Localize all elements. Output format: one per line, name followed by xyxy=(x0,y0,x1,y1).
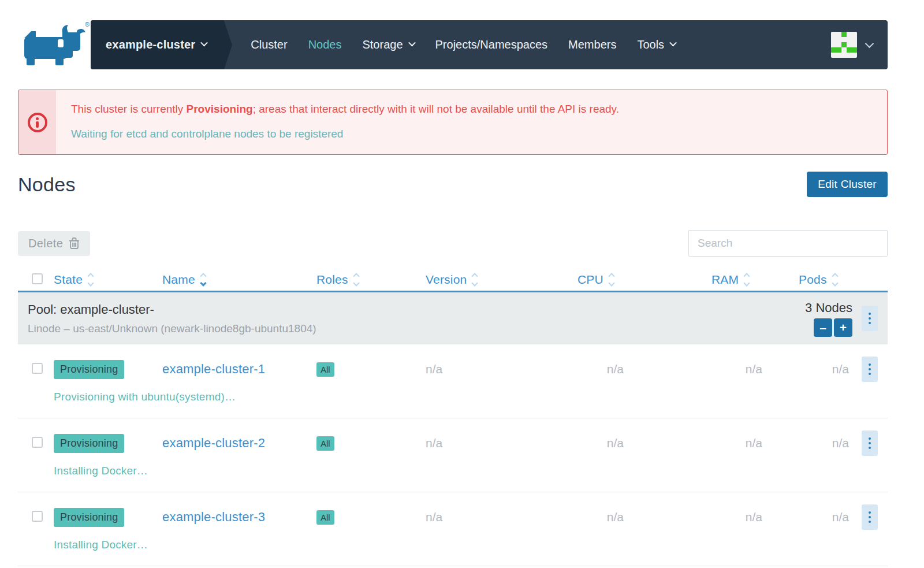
row-checkbox[interactable] xyxy=(32,511,43,522)
name-cell: example-cluster-2 xyxy=(162,436,316,451)
version-cell: n/a xyxy=(426,362,578,376)
table-toolbar: Delete xyxy=(18,230,888,257)
delete-button-label: Delete xyxy=(28,237,63,250)
cluster-selector-label: example-cluster xyxy=(106,38,195,51)
row-checkbox[interactable] xyxy=(32,437,43,448)
nav-item-members[interactable]: Members xyxy=(568,38,616,51)
trash-icon xyxy=(69,237,80,250)
row-checkbox-cell xyxy=(18,363,54,376)
user-menu-chevron-down-icon[interactable] xyxy=(865,39,874,49)
pods-cell: n/a xyxy=(799,362,862,376)
column-label: Name xyxy=(162,273,195,287)
nav-item-storage[interactable]: Storage xyxy=(362,38,414,51)
pool-actions-kebab-menu[interactable] xyxy=(862,306,878,331)
state-badge: Provisioning xyxy=(54,360,124,379)
scale-down-button[interactable]: – xyxy=(814,318,832,337)
node-status-text: Installing Docker… xyxy=(54,539,888,551)
sort-icon xyxy=(833,274,837,285)
node-pool-row: Pool: example-cluster- Linode – us-east/… xyxy=(18,292,888,344)
nav-label: Nodes xyxy=(308,38,342,51)
rancher-logo[interactable]: ® xyxy=(17,24,91,66)
node-name-link[interactable]: example-cluster-1 xyxy=(162,362,265,376)
column-header-pods[interactable]: Pods xyxy=(799,273,862,287)
user-avatar-identicon[interactable] xyxy=(831,32,857,58)
nav-item-projects-namespaces[interactable]: Projects/Namespaces xyxy=(435,38,548,51)
table-row: Provisioning example-cluster-1 All n/a n… xyxy=(18,344,888,418)
trademark-symbol: ® xyxy=(85,21,90,28)
row-actions-kebab-menu[interactable] xyxy=(862,430,878,456)
nav-item-nodes[interactable]: Nodes xyxy=(308,38,342,51)
actions-cell xyxy=(862,430,888,456)
identicon-pixel xyxy=(831,42,836,47)
select-all-checkbox[interactable] xyxy=(32,273,43,284)
identicon-pixel xyxy=(841,42,847,47)
search-input[interactable] xyxy=(688,230,888,257)
identicon-pixel xyxy=(847,53,852,58)
row-checkbox-cell xyxy=(18,511,54,524)
column-label: CPU xyxy=(578,273,603,287)
name-cell: example-cluster-3 xyxy=(162,510,316,525)
column-label: RAM xyxy=(711,273,739,287)
row-actions-kebab-menu[interactable] xyxy=(862,504,878,530)
cpu-cell: n/a xyxy=(578,510,711,524)
actions-cell xyxy=(862,504,888,530)
identicon-pixel xyxy=(852,53,857,58)
top-bar: ® example-cluster Cluster Nodes Storage … xyxy=(0,20,924,69)
node-name-link[interactable]: example-cluster-3 xyxy=(162,510,265,524)
state-badge: Provisioning xyxy=(54,508,124,527)
state-cell: Provisioning xyxy=(54,360,162,379)
column-header-cpu[interactable]: CPU xyxy=(578,273,711,287)
pool-node-count: 3 Nodes xyxy=(805,300,852,315)
alert-icon-column xyxy=(18,90,56,154)
info-icon-dot xyxy=(36,117,39,120)
node-name-link[interactable]: example-cluster-2 xyxy=(162,436,265,450)
nav-item-cluster[interactable]: Cluster xyxy=(251,38,287,51)
roles-cell: All xyxy=(316,362,426,377)
column-label: State xyxy=(54,273,83,287)
column-label: Roles xyxy=(316,273,348,287)
sort-icon xyxy=(744,274,749,285)
alert-message-state: Provisioning xyxy=(187,103,253,115)
roles-cell: All xyxy=(316,510,426,525)
chevron-down-icon xyxy=(669,39,677,47)
pool-info: Pool: example-cluster- Linode – us-east/… xyxy=(28,302,805,335)
alert-status-detail: Waiting for etcd and controlplane nodes … xyxy=(71,127,619,141)
info-icon-stem xyxy=(36,121,39,128)
row-actions-kebab-menu[interactable] xyxy=(862,357,878,382)
column-header-state[interactable]: State xyxy=(54,273,162,287)
column-header-name[interactable]: Name xyxy=(162,273,316,287)
table-row: Provisioning example-cluster-3 All n/a n… xyxy=(18,492,888,566)
role-badge: All xyxy=(316,362,334,377)
version-cell: n/a xyxy=(426,436,578,450)
nav-item-tools[interactable]: Tools xyxy=(637,38,676,51)
chevron-down-icon xyxy=(200,39,208,47)
sort-icon-active-desc xyxy=(201,274,206,285)
state-cell: Provisioning xyxy=(54,508,162,527)
column-header-roles[interactable]: Roles xyxy=(316,273,426,287)
sort-icon xyxy=(609,274,614,285)
column-header-version[interactable]: Version xyxy=(426,273,578,287)
identicon-pixel xyxy=(836,53,841,58)
cluster-selector[interactable]: example-cluster xyxy=(91,20,224,69)
column-label: Version xyxy=(426,273,467,287)
role-badge: All xyxy=(316,510,334,525)
sort-icon xyxy=(354,274,359,285)
info-circle-icon xyxy=(28,113,47,132)
scale-buttons: – + xyxy=(814,318,852,337)
column-label: Pods xyxy=(799,273,827,287)
identicon-pixel xyxy=(836,37,841,42)
edit-cluster-button[interactable]: Edit Cluster xyxy=(807,172,888,197)
delete-button[interactable]: Delete xyxy=(18,231,90,256)
alert-message-suffix: ; areas that interact directly with it w… xyxy=(253,103,619,115)
column-header-ram[interactable]: RAM xyxy=(711,273,799,287)
nav-label: Tools xyxy=(637,38,664,51)
identicon-pixel xyxy=(841,53,847,58)
scale-up-button[interactable]: + xyxy=(834,318,852,337)
actions-cell xyxy=(862,357,888,382)
pods-cell: n/a xyxy=(799,510,862,524)
row-checkbox[interactable] xyxy=(32,363,43,374)
name-cell: example-cluster-1 xyxy=(162,362,316,377)
identicon-pixel xyxy=(841,32,847,37)
page-title: Nodes xyxy=(18,173,76,196)
identicon-pixel xyxy=(841,47,847,53)
